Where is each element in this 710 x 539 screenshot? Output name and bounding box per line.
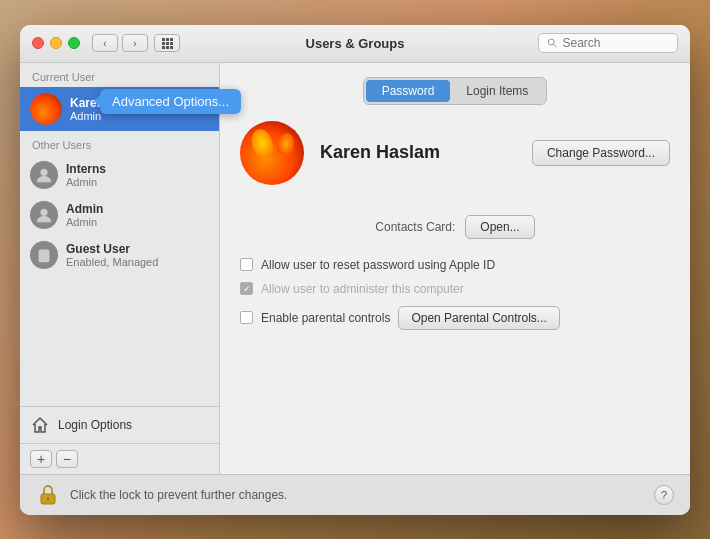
help-button[interactable]: ? <box>654 485 674 505</box>
change-password-button[interactable]: Change Password... <box>532 140 670 166</box>
search-input[interactable] <box>562 36 669 50</box>
forward-button[interactable]: › <box>122 34 148 52</box>
user-name: Guest User <box>66 242 209 256</box>
svg-point-2 <box>40 168 47 175</box>
back-button[interactable]: ‹ <box>92 34 118 52</box>
administer-row: Allow user to administer this computer <box>240 277 670 301</box>
grid-icon <box>162 38 173 49</box>
tabs-row: Password Login Items <box>240 77 670 105</box>
sidebar-actions: + − <box>20 443 219 474</box>
user-role: Enabled, Managed <box>66 256 209 268</box>
reset-password-label: Allow user to reset password using Apple… <box>261 258 495 272</box>
sidebar: Current User Karen H... Admin Advanced O… <box>20 63 220 474</box>
users-groups-window: ‹ › Users & Groups Current User <box>20 25 690 515</box>
avatar <box>30 93 62 125</box>
login-options-label: Login Options <box>58 418 132 432</box>
user-role: Admin <box>66 176 209 188</box>
window-title: Users & Groups <box>306 36 405 51</box>
contacts-row: Contacts Card: Open... <box>240 215 670 239</box>
tab-password[interactable]: Password <box>366 80 451 102</box>
list-item[interactable]: Interns Admin <box>20 155 219 195</box>
remove-user-button[interactable]: − <box>56 450 78 468</box>
user-info: Admin Admin <box>66 202 209 228</box>
administer-checkbox[interactable] <box>240 282 253 295</box>
svg-point-6 <box>47 497 50 500</box>
svg-rect-4 <box>39 249 50 262</box>
traffic-lights <box>32 37 80 49</box>
close-button[interactable] <box>32 37 44 49</box>
list-item[interactable]: Admin Admin <box>20 195 219 235</box>
house-icon <box>30 415 50 435</box>
user-header: Karen Haslam Change Password... <box>240 121 670 185</box>
lock-icon[interactable] <box>36 483 60 507</box>
administer-label: Allow user to administer this computer <box>261 282 464 296</box>
tab-login-items[interactable]: Login Items <box>450 80 544 102</box>
lock-bar: Click the lock to prevent further change… <box>20 474 690 515</box>
user-name: Admin <box>66 202 209 216</box>
search-box[interactable] <box>538 33 678 53</box>
maximize-button[interactable] <box>68 37 80 49</box>
parental-row: Enable parental controls Open Parental C… <box>240 301 670 335</box>
list-item[interactable]: Guest User Enabled, Managed <box>20 235 219 275</box>
contacts-label: Contacts Card: <box>375 220 455 234</box>
nav-buttons: ‹ › <box>92 34 148 52</box>
other-users-label: Other Users <box>20 131 219 155</box>
parental-label: Enable parental controls <box>261 311 390 325</box>
user-role: Admin <box>66 216 209 228</box>
svg-point-3 <box>40 208 47 215</box>
user-display-name: Karen Haslam <box>320 142 516 163</box>
current-user-item[interactable]: Karen H... Admin Advanced Options... <box>20 87 219 131</box>
current-user-label: Current User <box>20 63 219 87</box>
search-icon <box>547 37 557 49</box>
login-options-row[interactable]: Login Options <box>20 406 219 443</box>
titlebar: ‹ › Users & Groups <box>20 25 690 63</box>
app-grid-button[interactable] <box>154 34 180 52</box>
main-content: Current User Karen H... Admin Advanced O… <box>20 63 690 474</box>
flame-avatar <box>240 121 304 185</box>
svg-line-1 <box>554 44 557 47</box>
tab-group: Password Login Items <box>363 77 548 105</box>
user-name: Interns <box>66 162 209 176</box>
avatar <box>30 201 58 229</box>
add-user-button[interactable]: + <box>30 450 52 468</box>
avatar <box>30 161 58 189</box>
user-info: Guest User Enabled, Managed <box>66 242 209 268</box>
avatar <box>30 241 58 269</box>
minimize-button[interactable] <box>50 37 62 49</box>
reset-password-checkbox[interactable] <box>240 258 253 271</box>
open-parental-controls-button[interactable]: Open Parental Controls... <box>398 306 559 330</box>
parental-checkbox[interactable] <box>240 311 253 324</box>
advanced-options-tooltip[interactable]: Advanced Options... <box>100 89 241 114</box>
user-avatar-large <box>240 121 304 185</box>
lock-text: Click the lock to prevent further change… <box>70 488 644 502</box>
right-panel: Password Login Items Karen Haslam Change… <box>220 63 690 474</box>
reset-password-row: Allow user to reset password using Apple… <box>240 253 670 277</box>
open-contacts-button[interactable]: Open... <box>465 215 534 239</box>
sidebar-spacer <box>20 275 219 406</box>
user-info: Interns Admin <box>66 162 209 188</box>
